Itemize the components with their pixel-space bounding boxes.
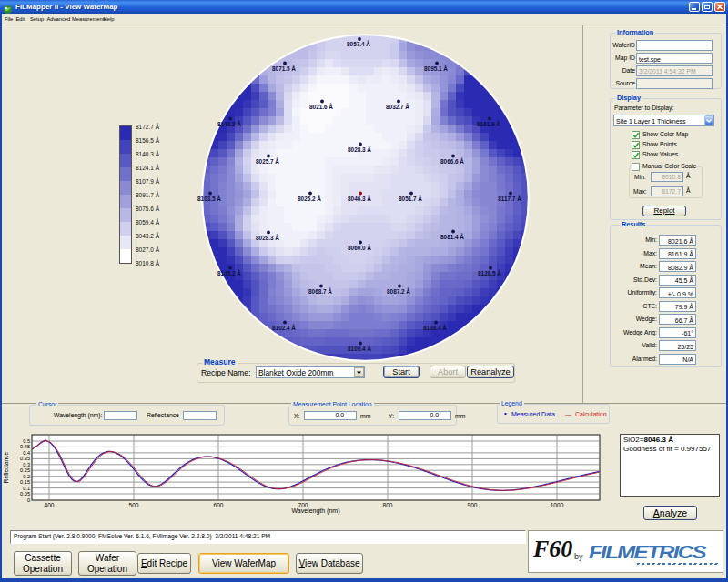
svg-text:0.05: 0.05: [20, 491, 30, 497]
svg-text:0.35: 0.35: [20, 456, 30, 461]
svg-text:0.5: 0.5: [23, 438, 30, 444]
svg-text:8026.2 Å: 8026.2 Å: [298, 195, 321, 202]
svg-text:8138.4 Å: 8138.4 Å: [423, 324, 447, 331]
svg-text:8028.3 Å: 8028.3 Å: [256, 234, 279, 241]
svg-text:8021.6 Å: 8021.6 Å: [309, 103, 333, 110]
svg-text:Reflectance: Reflectance: [3, 451, 9, 483]
svg-text:8117.7 Å: 8117.7 Å: [498, 195, 521, 202]
svg-text:8057.4 Å: 8057.4 Å: [347, 40, 370, 47]
svg-text:8095.1 Å: 8095.1 Å: [424, 65, 448, 72]
svg-text:0: 0: [27, 497, 30, 503]
svg-text:8103.5 Å: 8103.5 Å: [197, 195, 221, 202]
svg-text:8128.5 Å: 8128.5 Å: [478, 269, 501, 276]
svg-text:8109.4 Å: 8109.4 Å: [348, 345, 371, 352]
svg-text:8032.7 Å: 8032.7 Å: [386, 103, 410, 110]
svg-text:0.2: 0.2: [23, 474, 30, 479]
svg-text:8102.4 Å: 8102.4 Å: [272, 324, 296, 331]
svg-text:0.25: 0.25: [20, 467, 30, 473]
svg-text:8028.3 Å: 8028.3 Å: [348, 146, 371, 153]
svg-text:0.4: 0.4: [23, 450, 30, 456]
svg-text:600: 600: [213, 502, 223, 508]
svg-text:400: 400: [44, 502, 54, 508]
svg-text:Wavelength (nm): Wavelength (nm): [291, 507, 339, 515]
svg-text:500: 500: [128, 502, 138, 508]
svg-text:800: 800: [382, 502, 392, 508]
svg-text:8068.7 Å: 8068.7 Å: [308, 287, 332, 295]
svg-text:0.45: 0.45: [20, 444, 30, 449]
svg-text:8135.2 Å: 8135.2 Å: [217, 269, 241, 276]
svg-text:0.15: 0.15: [20, 479, 30, 485]
svg-text:8161.9 Å: 8161.9 Å: [477, 120, 500, 127]
svg-text:8025.7 Å: 8025.7 Å: [256, 157, 279, 165]
svg-text:8081.4 Å: 8081.4 Å: [440, 233, 464, 240]
svg-text:0.3: 0.3: [23, 462, 30, 467]
svg-text:8071.5 Å: 8071.5 Å: [272, 65, 296, 72]
svg-text:900: 900: [467, 502, 477, 508]
svg-text:8087.2 Å: 8087.2 Å: [387, 287, 410, 295]
svg-text:8046.3 Å: 8046.3 Å: [348, 195, 371, 202]
svg-text:8060.0 Å: 8060.0 Å: [348, 244, 371, 251]
svg-text:8066.6 Å: 8066.6 Å: [440, 157, 464, 165]
svg-text:1000: 1000: [551, 502, 564, 508]
svg-text:8051.7 Å: 8051.7 Å: [399, 195, 422, 202]
svg-text:8143.2 Å: 8143.2 Å: [217, 120, 241, 127]
svg-text:0.1: 0.1: [23, 486, 30, 491]
